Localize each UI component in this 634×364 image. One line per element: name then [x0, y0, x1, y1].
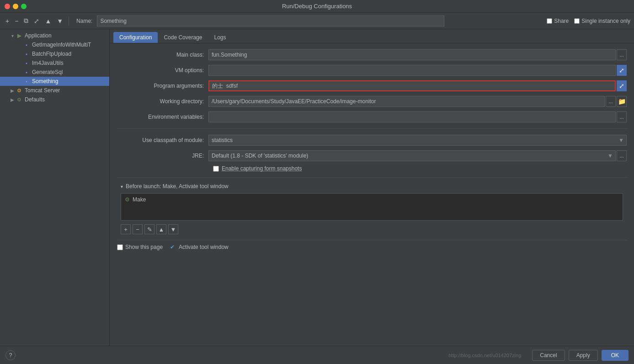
- enable-snapshots-checkbox[interactable]: [213, 166, 219, 172]
- jre-select-wrapper: Default (1.8 - SDK of 'statistics' modul…: [208, 150, 616, 161]
- sidebar-item-tomcat[interactable]: ▶ ⚙ Tomcat Server: [0, 86, 109, 95]
- env-vars-input[interactable]: [208, 111, 616, 122]
- file-icon-5: ▪: [23, 78, 30, 85]
- env-vars-row: Environment variables: ...: [117, 111, 627, 123]
- working-dir-icon-button[interactable]: 📁: [617, 96, 627, 107]
- enable-snapshots-row: Enable capturing form snapshots: [117, 165, 627, 172]
- ok-button[interactable]: OK: [602, 350, 629, 361]
- sidebar-item-something[interactable]: ▪ Something: [0, 77, 109, 86]
- single-instance-checkbox-label[interactable]: Single instance only: [574, 18, 630, 24]
- application-label: Application: [25, 32, 52, 39]
- sidebar-item-getimageinfo[interactable]: ▪ GetImageInfoWithMultiT: [0, 40, 109, 49]
- env-vars-label: Environment variables:: [117, 114, 208, 120]
- jre-browse-button[interactable]: ...: [617, 150, 627, 161]
- getimageinfo-label: GetImageInfoWithMultiT: [32, 42, 91, 48]
- minimize-button[interactable]: [13, 4, 18, 9]
- apply-button[interactable]: Apply: [569, 350, 598, 361]
- single-instance-checkbox[interactable]: [574, 18, 580, 24]
- share-checkbox-label[interactable]: Share: [547, 18, 569, 24]
- launch-move-up-button[interactable]: ▲: [156, 224, 166, 234]
- something-label: Something: [32, 78, 58, 84]
- sidebar-item-batchftpupload[interactable]: ▪ BatchFtpUpload: [0, 49, 109, 58]
- vm-options-input-group: ⤢: [208, 65, 627, 76]
- launch-move-down-button[interactable]: ▼: [168, 224, 178, 234]
- enable-snapshots-label: Enable capturing form snapshots: [222, 165, 302, 172]
- form-area: Main class: ... VM options: ⤢: [110, 43, 634, 346]
- toolbar-separator: [69, 16, 69, 26]
- im4javautils-label: Im4JavaUtils: [32, 60, 64, 66]
- program-args-input[interactable]: [208, 80, 616, 91]
- before-launch-arrow-icon: ▾: [121, 184, 123, 189]
- defaults-icon: ⚙: [16, 96, 23, 103]
- program-args-expand-button[interactable]: ⤢: [617, 80, 627, 91]
- sidebar-item-generatesql[interactable]: ▪ GenerateSql: [0, 68, 109, 77]
- share-checkbox[interactable]: [547, 18, 552, 24]
- add-config-button[interactable]: +: [4, 16, 11, 26]
- tab-logs[interactable]: Logs: [208, 32, 232, 43]
- main-class-input[interactable]: [208, 49, 616, 60]
- main-class-browse-button[interactable]: ...: [617, 49, 627, 60]
- config-name-input[interactable]: [97, 16, 444, 26]
- sidebar-item-defaults[interactable]: ▶ ⚙ Defaults: [0, 95, 109, 104]
- before-launch-title: Before launch: Make, Activate tool windo…: [126, 183, 229, 190]
- launch-add-button[interactable]: +: [121, 224, 131, 234]
- cancel-button[interactable]: Cancel: [532, 350, 565, 361]
- file-icon-4: ▪: [23, 69, 30, 76]
- tomcat-label: Tomcat Server: [25, 87, 60, 94]
- chevron-up-button[interactable]: ▲: [43, 16, 53, 26]
- file-icon-1: ▪: [23, 41, 30, 48]
- maximize-button[interactable]: [21, 4, 27, 9]
- working-dir-row: Working directory: ... 📁: [117, 95, 627, 107]
- show-page-checkbox-label[interactable]: Show this page: [117, 244, 163, 250]
- expand-arrow-tomcat: ▶: [9, 88, 16, 93]
- working-dir-browse-button[interactable]: ...: [606, 96, 616, 107]
- close-button[interactable]: [5, 4, 10, 9]
- chevron-down-button[interactable]: ▼: [55, 16, 65, 26]
- window-controls: [5, 4, 27, 9]
- before-launch-header[interactable]: ▾ Before launch: Make, Activate tool win…: [121, 183, 623, 190]
- main-container: + − ⧉ ⤢ ▲ ▼ Name: Share Single instance …: [0, 13, 634, 364]
- footer-left: ?: [5, 350, 16, 360]
- main-class-label: Main class:: [117, 52, 208, 58]
- form-divider-1: [117, 128, 627, 129]
- defaults-label: Defaults: [25, 96, 45, 103]
- activate-tool-checkbox-label[interactable]: ✔ Activate tool window: [170, 244, 229, 250]
- launch-item-make: ⚙ Make: [123, 195, 621, 204]
- sidebar: ▾ ▶ Application ▪ GetImageInfoWithMultiT…: [0, 29, 110, 346]
- env-vars-input-group: ...: [208, 111, 627, 122]
- tab-code-coverage[interactable]: Code Coverage: [158, 32, 208, 43]
- file-icon-3: ▪: [23, 59, 30, 67]
- sidebar-item-application[interactable]: ▾ ▶ Application: [0, 31, 109, 40]
- classpath-label: Use classpath of module:: [117, 137, 208, 143]
- before-launch-section: ▾ Before launch: Make, Activate tool win…: [117, 183, 627, 234]
- launch-list: ⚙ Make: [121, 193, 623, 221]
- env-vars-browse-button[interactable]: ...: [617, 111, 627, 122]
- program-args-label: Program arguments:: [117, 83, 208, 89]
- show-page-checkbox[interactable]: [117, 244, 123, 250]
- expand-arrow-application: ▾: [9, 33, 16, 38]
- working-dir-input[interactable]: [208, 96, 605, 107]
- sidebar-item-im4javautils[interactable]: ▪ Im4JavaUtils: [0, 58, 109, 68]
- main-class-input-group: ...: [208, 49, 627, 60]
- show-page-label: Show this page: [125, 244, 163, 250]
- form-divider-2: [117, 177, 627, 178]
- launch-edit-button[interactable]: ✎: [144, 224, 155, 234]
- name-label: Name:: [76, 18, 92, 24]
- vm-options-input[interactable]: [208, 65, 616, 76]
- program-args-row: Program arguments: ⤢: [117, 80, 627, 92]
- launch-remove-button[interactable]: −: [133, 224, 143, 234]
- toolbar: + − ⧉ ⤢ ▲ ▼ Name: Share Single instance …: [0, 13, 634, 29]
- tabs-bar: Configuration Code Coverage Logs: [110, 29, 634, 43]
- classpath-row: Use classpath of module: statistics ▼: [117, 134, 627, 146]
- working-dir-label: Working directory:: [117, 98, 208, 105]
- window-title: Run/Debug Configurations: [282, 3, 352, 10]
- jre-select[interactable]: Default (1.8 - SDK of 'statistics' modul…: [208, 150, 616, 161]
- content-area: ▾ ▶ Application ▪ GetImageInfoWithMultiT…: [0, 29, 634, 346]
- help-button[interactable]: ?: [5, 350, 16, 360]
- vm-options-expand-button[interactable]: ⤢: [617, 65, 627, 76]
- move-config-button[interactable]: ⤢: [32, 16, 41, 26]
- remove-config-button[interactable]: −: [13, 16, 20, 26]
- classpath-select[interactable]: statistics: [208, 135, 627, 146]
- tab-configuration[interactable]: Configuration: [113, 32, 158, 43]
- copy-config-button[interactable]: ⧉: [22, 16, 30, 26]
